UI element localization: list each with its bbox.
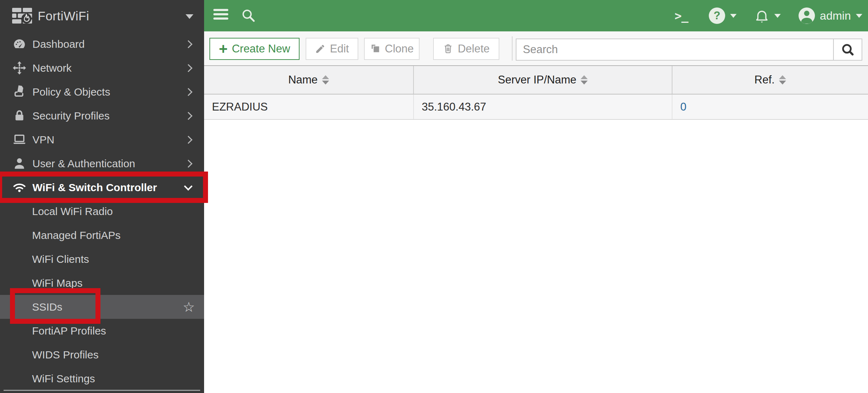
person-icon xyxy=(12,156,27,171)
column-header-ref[interactable]: Ref. xyxy=(672,66,868,94)
clone-button[interactable]: Clone xyxy=(364,38,420,60)
chevron-down-icon xyxy=(856,14,862,18)
sidebar-item-security-profiles[interactable]: Security Profiles xyxy=(0,104,204,128)
help-icon xyxy=(709,7,725,24)
bell-icon xyxy=(754,8,769,23)
sidebar-subitem-ssids[interactable]: SSIDs xyxy=(0,295,204,319)
sidebar-item-policy-objects[interactable]: Policy & Objects xyxy=(0,80,204,104)
wifi-icon xyxy=(12,180,27,195)
column-header-name[interactable]: Name xyxy=(204,66,414,94)
sidebar-subitem-wifi-clients[interactable]: WiFi Clients xyxy=(0,247,204,271)
cli-console-icon[interactable] xyxy=(675,9,688,23)
gauge-icon xyxy=(12,37,27,51)
chevron-down-icon xyxy=(774,14,781,18)
edit-button[interactable]: Edit xyxy=(306,38,358,60)
ref-count-link[interactable]: 0 xyxy=(680,101,686,113)
topbar-right-actions: admin xyxy=(675,0,862,31)
favorite-star-icon[interactable] xyxy=(183,300,195,314)
toolbar-divider xyxy=(512,36,513,61)
app-logo-menu[interactable]: FortiWiFi xyxy=(0,0,204,32)
chevron-right-icon xyxy=(184,64,193,72)
sidebar-subitem-managed-fortiaps[interactable]: Managed FortiAPs xyxy=(0,223,204,247)
delete-button[interactable]: Delete xyxy=(433,38,499,60)
notifications-menu[interactable] xyxy=(754,8,781,23)
column-header-server-ip[interactable]: Server IP/Name xyxy=(414,66,672,94)
sort-icon xyxy=(322,75,329,85)
user-menu[interactable]: admin xyxy=(799,7,862,24)
cell-name: EZRADIUS xyxy=(204,95,414,119)
lock-icon xyxy=(12,108,27,123)
pencil-icon xyxy=(315,44,326,54)
sidebar-item-dashboard[interactable]: Dashboard xyxy=(0,32,204,56)
action-toolbar: Create New Edit Clone Delete xyxy=(204,31,868,66)
user-avatar-icon xyxy=(799,7,815,24)
chevron-right-icon xyxy=(184,136,193,144)
chevron-right-icon xyxy=(184,159,193,168)
chevron-right-icon xyxy=(184,112,193,120)
magnifier-icon xyxy=(841,43,854,56)
document-tray-icon xyxy=(12,85,27,99)
search-submit-button[interactable] xyxy=(833,39,862,60)
sidebar-item-wifi-switch-controller[interactable]: WiFi & Switch Controller xyxy=(0,175,204,199)
fortiwifi-admin-ui: FortiWiFi Dashboard Network xyxy=(0,0,868,393)
hamburger-menu-icon[interactable] xyxy=(213,9,228,22)
copy-icon xyxy=(370,44,381,54)
sort-icon xyxy=(779,75,786,85)
chevron-right-icon xyxy=(184,40,193,48)
chevron-right-icon xyxy=(184,88,193,96)
sidebar-item-network[interactable]: Network xyxy=(0,56,204,80)
help-menu[interactable] xyxy=(709,7,737,24)
sidebar-item-vpn[interactable]: VPN xyxy=(0,128,204,152)
sort-icon xyxy=(581,75,588,85)
sidebar-subitem-local-wifi-radio[interactable]: Local WiFi Radio xyxy=(0,199,204,223)
fortinet-firewall-logo-icon xyxy=(12,8,32,24)
chevron-down-icon xyxy=(184,182,192,190)
chevron-down-icon xyxy=(730,14,737,18)
admin-username: admin xyxy=(820,9,851,22)
table-header-row: Name Server IP/Name Ref. xyxy=(204,66,868,95)
sidebar-subitem-wids-profiles[interactable]: WIDS Profiles xyxy=(0,343,204,367)
sidebar: FortiWiFi Dashboard Network xyxy=(0,0,204,393)
sidebar-item-user-authentication[interactable]: User & Authentication xyxy=(0,152,204,175)
sidebar-subitem-wifi-maps[interactable]: WiFi Maps xyxy=(0,271,204,295)
sidebar-section-divider xyxy=(4,390,200,391)
chevron-down-icon xyxy=(186,14,193,19)
sidebar-subitem-fortiap-profiles[interactable]: FortiAP Profiles xyxy=(0,319,204,343)
top-navbar: admin xyxy=(204,0,868,31)
move-arrows-icon xyxy=(12,61,27,75)
search-input[interactable] xyxy=(516,39,833,60)
create-new-button[interactable]: Create New xyxy=(209,38,300,60)
sidebar-subitem-wifi-settings[interactable]: WiFi Settings xyxy=(0,367,204,391)
table-row-ezradius[interactable]: EZRADIUS 35.160.43.67 0 xyxy=(204,95,868,120)
app-title: FortiWiFi xyxy=(38,9,89,23)
cell-server-ip: 35.160.43.67 xyxy=(414,95,672,119)
trash-icon xyxy=(443,44,453,54)
laptop-icon xyxy=(12,132,27,147)
table-search xyxy=(516,39,862,61)
search-icon[interactable] xyxy=(241,8,256,23)
